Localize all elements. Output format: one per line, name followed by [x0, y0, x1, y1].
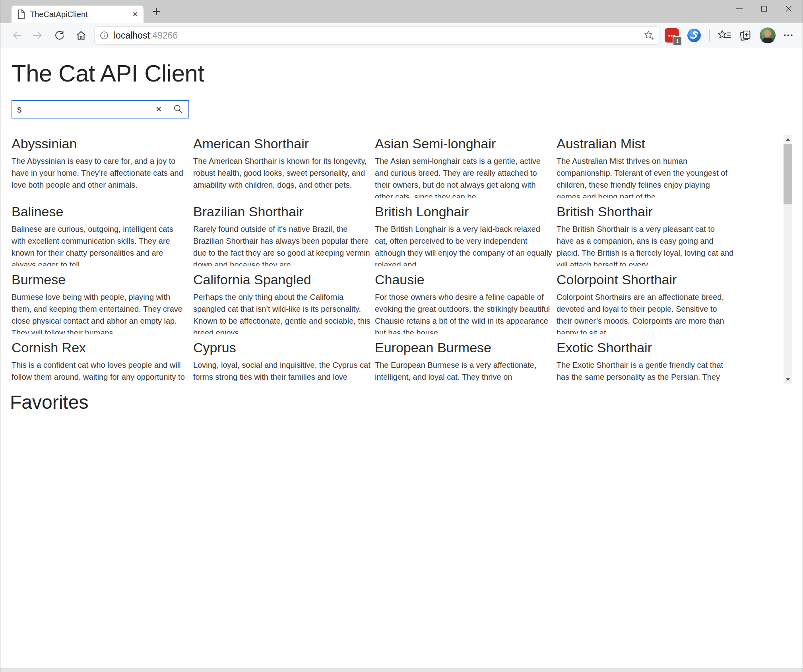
breed-name: Chausie	[375, 271, 552, 288]
favorites-heading: Favorites	[10, 391, 803, 414]
breed-description: For those owners who desire a feline cap…	[375, 291, 552, 334]
address-bar[interactable]: localhost:49266	[94, 26, 660, 45]
tab-strip: TheCatApiClient ✕ +	[0, 0, 803, 23]
breed-name: California Spangled	[193, 271, 370, 288]
page-title: The Cat API Client	[12, 58, 803, 88]
browser-toolbar: localhost:49266 ••• 1	[0, 23, 803, 48]
breed-description: Loving, loyal, social and inquisitive, t…	[193, 359, 370, 384]
breed-card[interactable]: Chausie For those owners who desire a fe…	[375, 271, 552, 334]
collections-icon[interactable]	[739, 29, 752, 42]
breed-card[interactable]: Burmese Burmese love being with people, …	[12, 271, 189, 334]
extensions-area: ••• 1 •••	[665, 27, 797, 43]
scrollbar-thumb[interactable]	[784, 144, 792, 204]
breed-card[interactable]: Abyssinian The Abyssinian is easy to car…	[12, 135, 189, 198]
tab-close-icon[interactable]: ✕	[132, 10, 138, 19]
document-icon	[17, 10, 25, 19]
breed-description: The European Burmese is a very affection…	[375, 359, 552, 384]
forward-button[interactable]	[27, 26, 49, 45]
breed-description: Rarely found outside of it's native Braz…	[193, 223, 370, 266]
breed-description: Colorpoint Shorthairs are an affectionat…	[557, 291, 734, 334]
refresh-button[interactable]	[49, 26, 70, 45]
close-window-button[interactable]	[776, 0, 801, 17]
breed-list-scrollbar[interactable]	[784, 135, 792, 384]
extension-badge: 1	[673, 36, 682, 46]
breed-name: Asian Semi-longhair	[375, 135, 552, 152]
breed-description: The Exotic Shorthair is a gentle friendl…	[557, 359, 734, 384]
favorites-bar-icon[interactable]	[718, 29, 731, 41]
clear-search-icon[interactable]: ✕	[155, 105, 162, 114]
scroll-up-arrow-icon[interactable]	[786, 138, 790, 141]
breed-name: Balinese	[12, 203, 189, 220]
breed-description: The Abyssinian is easy to care for, and …	[12, 155, 189, 191]
search-input[interactable]	[12, 101, 155, 118]
search-box[interactable]: ✕	[12, 100, 189, 118]
breed-card[interactable]: Brazilian Shorthair Rarely found outside…	[193, 203, 370, 266]
breed-description: The British Shorthair is a very pleasant…	[557, 223, 734, 266]
breed-name: Colorpoint Shorthair	[557, 271, 734, 288]
breed-description: The Australian Mist thrives on human com…	[557, 155, 734, 198]
breed-card[interactable]: Cyprus Loving, loyal, social and inquisi…	[193, 339, 370, 384]
breed-card[interactable]: European Burmese The European Burmese is…	[375, 339, 552, 384]
breed-name: Cornish Rex	[12, 339, 189, 356]
breed-card[interactable]: Asian Semi-longhair The Asian semi-longh…	[375, 135, 552, 198]
breed-name: Brazilian Shorthair	[193, 203, 370, 220]
site-info-icon[interactable]	[99, 31, 109, 40]
page-content: The Cat API Client ✕ Abyssinian The Abys…	[0, 58, 803, 414]
settings-menu-icon[interactable]: •••	[784, 32, 794, 39]
toolbar-separator	[709, 29, 710, 41]
home-button[interactable]	[70, 26, 92, 45]
breed-name: Australian Mist	[557, 135, 734, 152]
browser-tab[interactable]: TheCatApiClient ✕	[12, 6, 144, 23]
breed-name: Exotic Shorthair	[557, 339, 734, 356]
url-text[interactable]: localhost:49266	[114, 30, 644, 41]
tab-title: TheCatApiClient	[30, 10, 128, 19]
breed-card[interactable]: Exotic Shorthair The Exotic Shorthair is…	[557, 339, 734, 384]
breed-card[interactable]: American Shorthair The American Shorthai…	[193, 135, 370, 198]
breed-card[interactable]: British Longhair The British Longhair is…	[375, 203, 552, 266]
url-port: :49266	[150, 30, 178, 41]
window-bottom-frame	[0, 668, 803, 672]
breed-card[interactable]: California Spangled Perhaps the only thi…	[193, 271, 370, 334]
breed-name: European Burmese	[375, 339, 552, 356]
breed-grid: Abyssinian The Abyssinian is easy to car…	[12, 135, 803, 384]
profile-avatar[interactable]	[760, 27, 776, 43]
breed-card[interactable]: Balinese Balinese are curious, outgoing,…	[12, 203, 189, 266]
breed-card[interactable]: Cornish Rex This is a confident cat who …	[12, 339, 189, 384]
globe-extension-icon[interactable]	[687, 28, 701, 43]
breed-description: The Asian semi-longhair cats is a gentle…	[375, 155, 552, 198]
breed-list-viewport: Abyssinian The Abyssinian is easy to car…	[0, 135, 803, 384]
breed-description: Perhaps the only thing about the Califor…	[193, 291, 370, 334]
minimize-button[interactable]	[727, 0, 752, 17]
breed-name: Cyprus	[193, 339, 370, 356]
breed-description: Burmese love being with people, playing …	[12, 291, 189, 334]
breed-name: Abyssinian	[12, 135, 189, 152]
search-icon[interactable]	[173, 104, 184, 115]
breed-name: British Longhair	[375, 203, 552, 220]
breed-description: The British Longhair is a very laid-back…	[375, 223, 552, 266]
breed-name: Burmese	[12, 271, 189, 288]
breed-description: The American Shorthair is known for its …	[193, 155, 370, 191]
breed-name: British Shorthair	[557, 203, 734, 220]
maximize-button[interactable]	[752, 0, 776, 17]
window-controls	[727, 0, 801, 17]
breed-name: American Shorthair	[193, 135, 370, 152]
add-favorite-star-icon[interactable]	[644, 30, 655, 41]
browser-window: TheCatApiClient ✕ +	[0, 0, 803, 672]
new-tab-button[interactable]: +	[152, 3, 161, 20]
back-button[interactable]	[6, 26, 27, 45]
breed-card[interactable]: British Shorthair The British Shorthair …	[557, 203, 734, 266]
breed-card[interactable]: Colorpoint Shorthair Colorpoint Shorthai…	[557, 271, 734, 334]
scroll-down-arrow-icon[interactable]	[786, 378, 790, 381]
breed-card[interactable]: Australian Mist The Australian Mist thri…	[557, 135, 734, 198]
url-host: localhost	[114, 30, 150, 41]
breed-description: This is a confident cat who loves people…	[12, 359, 189, 384]
breed-description: Balinese are curious, outgoing, intellig…	[12, 223, 189, 266]
password-manager-extension-icon[interactable]: ••• 1	[665, 28, 679, 43]
